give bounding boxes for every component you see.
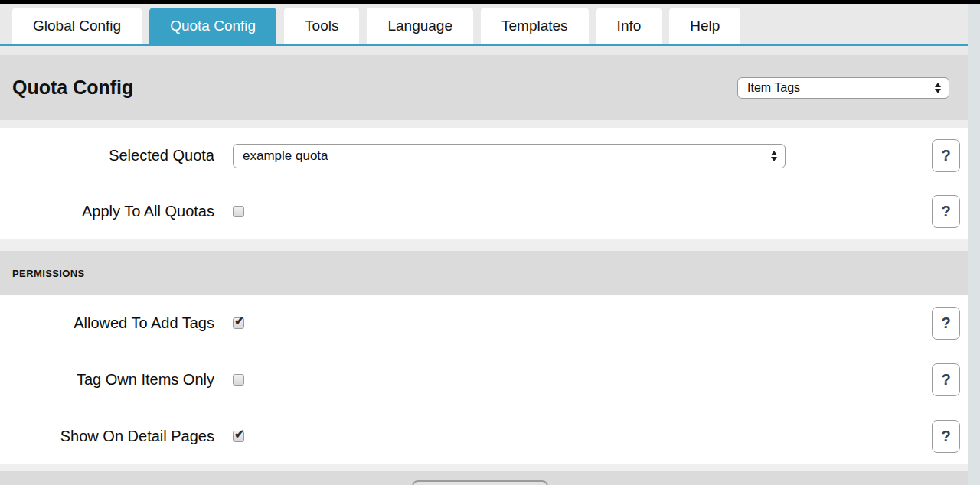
tab-templates[interactable]: Templates xyxy=(481,8,589,44)
tab-tools[interactable]: Tools xyxy=(284,8,359,44)
allowed-to-add-tags-label: Allowed To Add Tags xyxy=(0,314,214,332)
page-header: Quota Config Item Tags xyxy=(0,55,968,120)
tab-quota-config[interactable]: Quota Config xyxy=(149,8,276,44)
tab-info[interactable]: Info xyxy=(596,8,662,44)
allowed-to-add-tags-row: Allowed To Add Tags ? xyxy=(0,295,968,352)
section-separator xyxy=(0,239,968,251)
tag-own-items-only-label: Tag Own Items Only xyxy=(0,371,214,389)
help-button-selected-quota[interactable]: ? xyxy=(932,139,960,172)
spacer xyxy=(0,120,968,128)
bottom-band xyxy=(0,471,968,485)
tab-global-config[interactable]: Global Config xyxy=(12,8,142,44)
apply-to-all-quotas-label: Apply To All Quotas xyxy=(0,203,214,220)
selected-quota-select-wrap: example quota xyxy=(233,144,786,168)
selected-quota-control: example quota xyxy=(214,144,932,168)
selected-quota-row: Selected Quota example quota ? xyxy=(0,128,968,184)
help-button-apply-to-all-quotas[interactable]: ? xyxy=(932,195,960,228)
permissions-section-title: PERMISSIONS xyxy=(12,268,85,279)
selected-quota-label: Selected Quota xyxy=(0,147,214,164)
page-title: Quota Config xyxy=(12,76,133,99)
apply-to-all-quotas-checkbox[interactable] xyxy=(233,206,244,217)
show-on-detail-pages-row: Show On Detail Pages ? xyxy=(0,408,968,464)
show-on-detail-pages-checkbox[interactable] xyxy=(233,431,244,442)
config-tabs: Global Config Quota Config Tools Languag… xyxy=(0,4,968,44)
quota-config-page: Global Config Quota Config Tools Languag… xyxy=(0,4,968,485)
bottom-partial-button[interactable] xyxy=(412,480,548,485)
spacer xyxy=(0,46,968,55)
permissions-section-header: PERMISSIONS xyxy=(0,251,968,295)
help-button-tag-own-items-only[interactable]: ? xyxy=(932,363,960,396)
tag-own-items-only-control xyxy=(214,374,932,386)
selected-quota-select[interactable]: example quota xyxy=(233,144,786,168)
help-button-allowed-to-add-tags[interactable]: ? xyxy=(932,307,960,340)
show-on-detail-pages-control xyxy=(214,431,932,442)
help-button-show-on-detail-pages[interactable]: ? xyxy=(932,420,960,453)
tab-language[interactable]: Language xyxy=(367,8,473,44)
scope-select[interactable]: Item Tags xyxy=(737,77,949,99)
allowed-to-add-tags-control xyxy=(214,317,932,329)
permissions-section: Allowed To Add Tags ? Tag Own Items Only… xyxy=(0,295,968,464)
apply-to-all-quotas-control xyxy=(214,206,932,217)
section-separator xyxy=(0,464,968,471)
scope-select-wrap: Item Tags xyxy=(737,77,949,99)
right-gutter xyxy=(968,4,980,485)
show-on-detail-pages-label: Show On Detail Pages xyxy=(0,428,214,445)
tab-help[interactable]: Help xyxy=(669,8,740,44)
tag-own-items-only-checkbox[interactable] xyxy=(233,374,244,386)
apply-to-all-quotas-row: Apply To All Quotas ? xyxy=(0,184,968,239)
tag-own-items-only-row: Tag Own Items Only ? xyxy=(0,352,968,409)
allowed-to-add-tags-checkbox[interactable] xyxy=(233,317,244,329)
general-settings-section: Selected Quota example quota ? Apply To … xyxy=(0,128,968,239)
